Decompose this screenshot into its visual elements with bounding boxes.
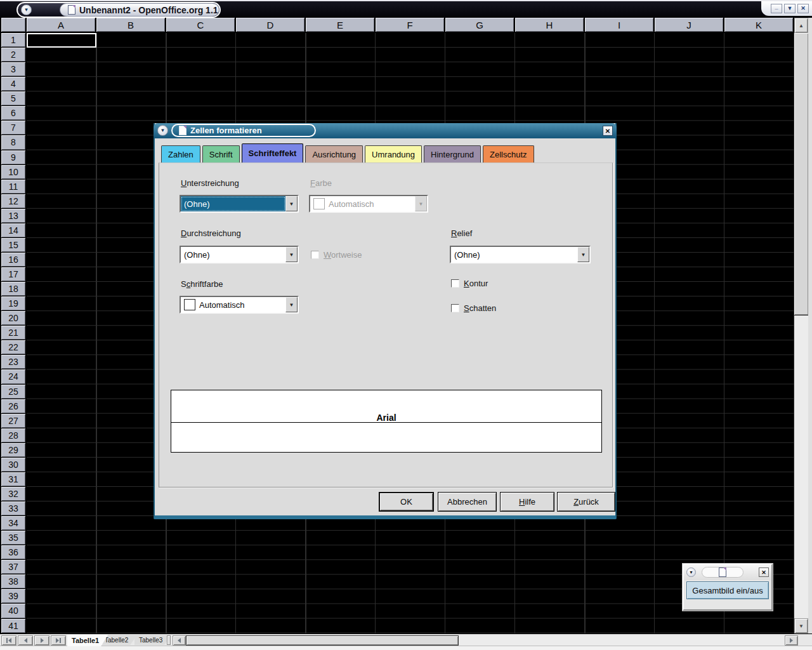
horizontal-scrollbar-thumb[interactable]	[186, 635, 459, 646]
row-header-14[interactable]: 14	[1, 223, 25, 237]
tab-hintergrund[interactable]: Hintergrund	[424, 145, 481, 162]
scroll-up-button[interactable]: ▲	[794, 18, 808, 33]
scroll-left-button[interactable]	[173, 635, 186, 646]
column-header-A[interactable]: A	[27, 18, 95, 32]
row-header-11[interactable]: 11	[1, 180, 25, 194]
vertical-scrollbar-thumb[interactable]	[794, 33, 808, 315]
outline-checkbox-row[interactable]: Kontur	[451, 279, 488, 288]
row-header-12[interactable]: 12	[1, 194, 25, 208]
dropdown-arrow-button[interactable]: ▼	[577, 247, 589, 262]
column-header-C[interactable]: C	[166, 18, 235, 32]
help-button[interactable]: Hilfe	[500, 492, 554, 512]
dialog-titlebar[interactable]: ▼ Zellen formatieren ✕	[154, 123, 617, 138]
column-header-K[interactable]: K	[724, 18, 793, 32]
row-header-36[interactable]: 36	[1, 545, 25, 559]
underline-dropdown[interactable]: (Ohne) ▼	[180, 195, 299, 213]
row-header-37[interactable]: 37	[1, 560, 25, 574]
shadow-checkbox-row[interactable]: Schatten	[451, 303, 496, 313]
row-header-16[interactable]: 16	[1, 253, 25, 267]
row-header-41[interactable]: 41	[1, 619, 25, 633]
row-header-25[interactable]: 25	[1, 385, 25, 399]
dialog-menu-button[interactable]: ▼	[157, 125, 168, 136]
row-header-17[interactable]: 17	[1, 267, 25, 281]
sheet-tab-tabelle3[interactable]: Tabelle3	[134, 635, 171, 645]
row-header-32[interactable]: 32	[1, 487, 25, 501]
column-header-E[interactable]: E	[306, 18, 374, 32]
row-header-40[interactable]: 40	[1, 604, 25, 618]
row-header-22[interactable]: 22	[1, 340, 25, 354]
row-header-30[interactable]: 30	[1, 458, 25, 472]
row-header-33[interactable]: 33	[1, 501, 25, 515]
row-header-27[interactable]: 27	[1, 414, 25, 428]
maximize-button[interactable]: ▼	[784, 4, 796, 13]
gesamtbild-toggle-button[interactable]: Gesamtbild ein/aus	[686, 581, 769, 599]
column-header-D[interactable]: D	[236, 18, 304, 32]
font-color-dropdown[interactable]: Automatisch ▼	[180, 296, 299, 314]
relief-dropdown[interactable]: (Ohne) ▼	[450, 246, 591, 263]
tab-umrandung[interactable]: Umrandung	[365, 145, 422, 162]
minimize-button[interactable]: _	[771, 4, 782, 13]
dropdown-arrow-button[interactable]: ▼	[285, 247, 298, 262]
row-header-21[interactable]: 21	[1, 326, 25, 340]
row-header-2[interactable]: 2	[1, 48, 25, 62]
column-header-B[interactable]: B	[96, 18, 165, 32]
strikethrough-dropdown[interactable]: (Ohne) ▼	[180, 246, 299, 263]
scroll-down-button[interactable]: ▼	[794, 618, 808, 633]
row-header-19[interactable]: 19	[1, 296, 25, 310]
scroll-right-button[interactable]	[785, 635, 798, 646]
close-button[interactable]: ✕	[797, 4, 809, 13]
row-header-38[interactable]: 38	[1, 574, 25, 588]
row-header-13[interactable]: 13	[1, 209, 25, 223]
tab-zellschutz[interactable]: Zellschutz	[483, 145, 534, 162]
column-header-G[interactable]: G	[445, 18, 514, 32]
row-header-6[interactable]: 6	[1, 106, 25, 120]
row-header-31[interactable]: 31	[1, 472, 25, 486]
row-header-28[interactable]: 28	[1, 428, 25, 442]
column-header-I[interactable]: I	[585, 18, 653, 32]
dropdown-arrow-button[interactable]: ▼	[285, 297, 298, 312]
column-header-H[interactable]: H	[515, 18, 584, 32]
row-header-3[interactable]: 3	[1, 62, 25, 76]
column-header-J[interactable]: J	[655, 18, 723, 32]
outline-checkbox[interactable]	[451, 279, 459, 288]
row-header-29[interactable]: 29	[1, 443, 25, 457]
back-button[interactable]: Zurück	[557, 492, 615, 512]
row-header-8[interactable]: 8	[1, 135, 25, 149]
row-header-35[interactable]: 35	[1, 531, 25, 545]
row-header-34[interactable]: 34	[1, 516, 25, 530]
window-titlebar[interactable]: ▼ Unbenannt2 - OpenOffice.org 1.1 _ ▼ ✕	[0, 0, 812, 18]
scrollbar-splitter[interactable]	[167, 635, 171, 645]
tool-window-close-button[interactable]: ✕	[759, 567, 769, 577]
tab-zahlen[interactable]: Zahlen	[161, 145, 200, 162]
row-header-4[interactable]: 4	[1, 77, 25, 91]
tool-window-titlebar[interactable]: ▼ ✕	[684, 565, 771, 580]
tool-window-menu-button[interactable]: ▼	[686, 567, 696, 577]
previous-sheet-button[interactable]	[18, 635, 33, 646]
row-header-1[interactable]: 1	[1, 33, 25, 47]
dropdown-arrow-button[interactable]: ▼	[285, 196, 298, 211]
vertical-scrollbar[interactable]: ▲ ▼	[794, 18, 808, 633]
row-header-5[interactable]: 5	[1, 91, 25, 105]
cancel-button[interactable]: Abbrechen	[438, 492, 497, 512]
row-header-20[interactable]: 20	[1, 311, 25, 325]
window-menu-button[interactable]: ▼	[21, 4, 32, 15]
tab-schrift[interactable]: Schrift	[202, 145, 240, 162]
row-header-15[interactable]: 15	[1, 238, 25, 252]
shadow-checkbox[interactable]	[451, 304, 459, 312]
row-header-23[interactable]: 23	[1, 355, 25, 369]
row-header-24[interactable]: 24	[1, 369, 25, 383]
tab-ausrichtung[interactable]: Ausrichtung	[305, 145, 363, 162]
sheet-tab-tabelle1[interactable]: Tabelle1	[67, 635, 108, 646]
next-sheet-button[interactable]	[34, 635, 49, 646]
row-header-7[interactable]: 7	[1, 121, 25, 135]
first-sheet-button[interactable]	[1, 635, 16, 646]
row-header-10[interactable]: 10	[1, 165, 25, 179]
row-header-39[interactable]: 39	[1, 589, 25, 603]
ok-button[interactable]: OK	[379, 492, 434, 512]
row-header-18[interactable]: 18	[1, 282, 25, 296]
row-header-26[interactable]: 26	[1, 399, 25, 413]
dialog-close-button[interactable]: ✕	[603, 126, 613, 136]
last-sheet-button[interactable]	[51, 635, 66, 646]
column-header-F[interactable]: F	[376, 18, 444, 32]
tab-schrifteffekt[interactable]: Schrifteffekt	[242, 143, 304, 162]
